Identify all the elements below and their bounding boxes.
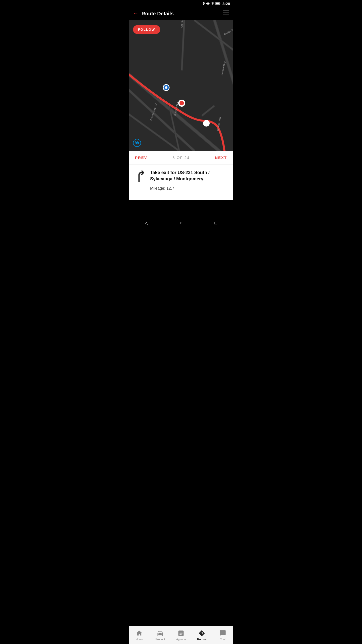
menu-icon [223,11,229,16]
status-icons: 3:28 [202,2,230,6]
signal-icon [211,2,214,5]
menu-button[interactable] [223,11,229,17]
svg-point-29 [205,122,208,125]
vibrate-icon [206,2,210,5]
page-title: Route Details [142,11,223,17]
location-icon [202,2,205,5]
nav-controls: PREV 8 OF 24 NEXT [129,151,233,165]
mileage-text: Mileage: 12.7 [150,186,229,191]
svg-rect-5 [223,15,229,15]
turn-arrow-icon [134,171,145,184]
direction-panel: Take exit for US-231 South / Sylacauga /… [129,165,233,200]
step-counter: 8 OF 24 [172,155,190,160]
android-back-button[interactable]: ◁ [140,218,153,228]
svg-rect-1 [220,3,220,4]
svg-rect-6 [129,20,233,151]
android-home-button[interactable]: ○ [175,218,188,228]
direction-text-block: Take exit for US-231 South / Sylacauga /… [150,170,229,191]
svg-rect-4 [223,13,229,13]
svg-point-26 [179,101,184,105]
status-bar: 3:28 [129,0,233,7]
map-svg: Old Rockford Rd Rocky Ridge Rd Rockford … [129,20,233,151]
battery-icon [215,2,220,5]
mileage-label: Mileage: [150,186,166,190]
map-container: Old Rockford Rd Rocky Ridge Rd Rockford … [129,20,233,151]
header: ← Route Details [129,7,233,20]
status-time: 3:28 [222,2,230,6]
android-nav-bar: ◁ ○ □ [129,218,233,228]
svg-rect-3 [223,11,229,11]
info-button[interactable]: i [133,139,141,147]
mileage-value: 12.7 [166,186,174,190]
svg-rect-2 [216,3,219,4]
android-recents-button[interactable]: □ [209,218,222,228]
follow-button[interactable]: FOLLOW [133,25,160,34]
svg-point-24 [165,86,167,89]
direction-instruction: Take exit for US-231 South / Sylacauga /… [150,170,229,182]
next-button[interactable]: NEXT [215,155,227,160]
back-button[interactable]: ← [133,10,139,17]
prev-button[interactable]: PREV [135,155,147,160]
direction-icon [133,171,146,184]
